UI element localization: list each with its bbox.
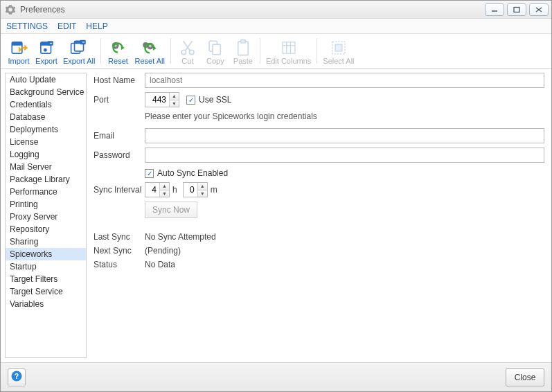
sidebar-item-proxy-server[interactable]: Proxy Server xyxy=(6,211,86,223)
host-name-input[interactable] xyxy=(145,73,544,88)
reset-button[interactable]: Reset xyxy=(104,37,132,66)
sync-interval-label: Sync Interval xyxy=(94,185,145,195)
email-label: Email xyxy=(94,131,145,141)
cut-button: Cut xyxy=(174,37,202,66)
host-name-label: Host Name xyxy=(94,75,145,85)
paste-button: Paste xyxy=(229,37,257,66)
scissors-icon xyxy=(178,39,197,57)
svg-rect-27 xyxy=(241,40,246,43)
last-sync-label: Last Sync xyxy=(94,232,145,242)
reset-icon xyxy=(108,39,127,57)
port-down[interactable]: ▼ xyxy=(170,100,179,107)
svg-rect-25 xyxy=(213,44,220,55)
close-window-button[interactable] xyxy=(529,3,549,16)
export-icon xyxy=(37,39,56,57)
select-all-label: Select All xyxy=(323,57,354,65)
interval-minutes-spinner[interactable]: ▲▼ xyxy=(183,182,208,197)
export-label: Export xyxy=(35,57,57,65)
edit-columns-button: Edit Columns xyxy=(263,37,314,66)
export-all-label: Export All xyxy=(63,57,95,65)
use-ssl-label: Use SSL xyxy=(199,95,231,105)
reset-all-button[interactable]: Reset All xyxy=(132,37,167,66)
sidebar-item-credentials[interactable]: Credentials xyxy=(6,98,86,111)
sidebar-item-performance[interactable]: Performance xyxy=(6,186,86,198)
next-sync-label: Next Sync xyxy=(94,246,145,256)
sidebar-item-startup[interactable]: Startup xyxy=(6,260,86,273)
paste-label: Paste xyxy=(233,57,253,65)
sidebar-item-variables[interactable]: Variables xyxy=(6,298,86,310)
import-label: Import xyxy=(8,57,29,65)
svg-point-9 xyxy=(44,48,47,52)
port-up[interactable]: ▲ xyxy=(170,93,179,100)
window-title: Preferences xyxy=(20,5,65,15)
sidebar-item-database[interactable]: Database xyxy=(6,111,86,123)
port-label: Port xyxy=(94,95,145,105)
minimize-button[interactable] xyxy=(485,3,504,16)
sidebar-item-deployments[interactable]: Deployments xyxy=(6,123,86,136)
gear-icon xyxy=(5,4,16,15)
port-input[interactable] xyxy=(145,93,169,107)
category-sidebar[interactable]: Auto UpdateBackground ServiceCredentials… xyxy=(5,73,87,358)
password-input[interactable] xyxy=(145,148,544,163)
sidebar-item-mail-server[interactable]: Mail Server xyxy=(6,161,86,173)
export-button[interactable]: Export xyxy=(33,37,60,66)
menu-settings[interactable]: SETTINGS xyxy=(6,21,48,31)
close-button[interactable]: Close xyxy=(506,368,544,386)
svg-rect-1 xyxy=(514,7,519,12)
sidebar-item-auto-update[interactable]: Auto Update xyxy=(6,73,86,86)
interval-hours-spinner[interactable]: ▲▼ xyxy=(145,182,170,197)
content-area: Auto UpdateBackground ServiceCredentials… xyxy=(1,69,551,362)
svg-point-20 xyxy=(149,45,152,48)
menubar: SETTINGS EDIT HELP xyxy=(1,19,551,34)
sidebar-item-target-filters[interactable]: Target Filters xyxy=(6,273,86,285)
unit-minutes: m xyxy=(211,185,217,195)
select-all-button: Select All xyxy=(320,37,357,66)
svg-rect-5 xyxy=(12,42,22,46)
sidebar-item-license[interactable]: License xyxy=(6,136,86,148)
reset-all-icon xyxy=(140,39,159,57)
svg-point-23 xyxy=(189,50,194,55)
svg-rect-26 xyxy=(238,42,249,55)
sidebar-item-sharing[interactable]: Sharing xyxy=(6,235,86,248)
sidebar-item-repository[interactable]: Repository xyxy=(6,223,86,235)
help-button[interactable]: ? xyxy=(8,368,26,386)
sidebar-item-target-service[interactable]: Target Service xyxy=(6,285,86,298)
edit-columns-label: Edit Columns xyxy=(266,57,311,65)
reset-label: Reset xyxy=(108,57,128,65)
svg-rect-33 xyxy=(335,44,342,51)
password-label: Password xyxy=(94,150,145,160)
footer: ? Close xyxy=(1,362,551,391)
sidebar-item-spiceworks[interactable]: Spiceworks xyxy=(6,248,86,260)
columns-icon xyxy=(279,39,299,57)
port-spinner[interactable]: ▲▼ xyxy=(145,92,179,107)
email-input[interactable] xyxy=(145,128,544,143)
status-value: No Data xyxy=(145,260,175,269)
menu-help[interactable]: HELP xyxy=(86,21,107,31)
sidebar-item-logging[interactable]: Logging xyxy=(6,148,86,161)
credentials-hint: Please enter your Spiceworks login crede… xyxy=(145,112,544,121)
use-ssl-checkbox[interactable]: ✓ Use SSL xyxy=(186,95,231,105)
export-all-icon xyxy=(69,39,89,57)
interval-minutes-input[interactable] xyxy=(184,183,197,197)
copy-icon xyxy=(206,39,225,57)
sidebar-item-background-service[interactable]: Background Service xyxy=(6,86,86,98)
interval-hours-input[interactable] xyxy=(145,183,159,197)
toolbar: Import Export Export All Reset Rese xyxy=(1,34,551,69)
maximize-button[interactable] xyxy=(507,3,526,16)
sidebar-item-printing[interactable]: Printing xyxy=(6,198,86,211)
settings-form: Host Name Port ▲▼ ✓ Use SSL Please enter… xyxy=(89,69,551,362)
paste-icon xyxy=(233,39,253,57)
autosync-label: Auto Sync Enabled xyxy=(157,168,228,178)
sidebar-item-package-library[interactable]: Package Library xyxy=(6,173,86,186)
export-all-button[interactable]: Export All xyxy=(60,37,98,66)
copy-label: Copy xyxy=(206,57,224,65)
menu-edit[interactable]: EDIT xyxy=(57,21,76,31)
unit-hours: h xyxy=(172,185,177,195)
autosync-checkbox[interactable]: ✓ Auto Sync Enabled xyxy=(145,168,228,178)
sync-now-button[interactable]: Sync Now xyxy=(145,202,197,218)
status-label: Status xyxy=(94,260,145,269)
import-button[interactable]: Import xyxy=(5,37,33,66)
import-icon xyxy=(9,39,28,57)
svg-point-22 xyxy=(181,50,186,55)
svg-rect-28 xyxy=(283,42,295,53)
